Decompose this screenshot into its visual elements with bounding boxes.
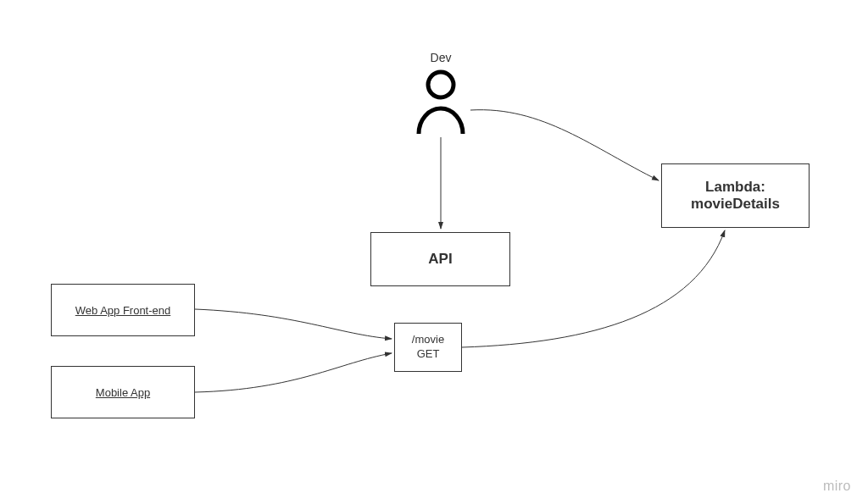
web-app-label: Web App Front-end — [75, 304, 171, 317]
api-node: API — [370, 232, 510, 286]
svg-point-0 — [428, 72, 453, 97]
lambda-line2: movieDetails — [691, 196, 780, 213]
endpoint-path: /movie — [412, 333, 444, 347]
mobile-app-node: Mobile App — [51, 366, 195, 418]
endpoint-node: /movie GET — [394, 323, 462, 372]
lambda-line1: Lambda: — [705, 179, 765, 196]
endpoint-method: GET — [417, 347, 440, 362]
web-app-node: Web App Front-end — [51, 284, 195, 336]
person-icon — [414, 68, 468, 139]
mobile-app-label: Mobile App — [96, 386, 150, 399]
arrow-mobileapp-to-endpoint — [195, 353, 392, 392]
lambda-node: Lambda: movieDetails — [661, 163, 810, 228]
arrow-dev-to-lambda — [470, 110, 659, 180]
miro-watermark: miro — [823, 479, 851, 494]
arrow-webapp-to-endpoint — [195, 309, 392, 339]
dev-label: Dev — [428, 51, 453, 64]
